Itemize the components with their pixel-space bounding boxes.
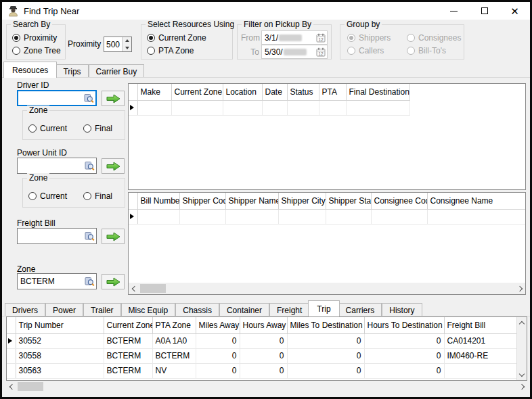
driver-id-input[interactable]: [18, 93, 84, 103]
power-unit-field[interactable]: [17, 158, 97, 174]
proximity-spinner[interactable]: [122, 37, 131, 51]
scroll-down-button[interactable]: [517, 369, 527, 380]
radio-label: Callers: [359, 46, 384, 55]
tab-carrier-buy[interactable]: Carrier Buy: [89, 64, 145, 78]
zone-go-button[interactable]: [102, 274, 125, 289]
tab-carriers[interactable]: Carriers: [338, 303, 382, 316]
trip-row[interactable]: 30552 BCTERM A0A 1A0 0 0 0 0 CA014201: [7, 333, 518, 348]
close-button[interactable]: ✕: [500, 2, 530, 20]
svg-text:12: 12: [318, 37, 324, 41]
tab-container[interactable]: Container: [219, 303, 269, 316]
title-bar[interactable]: Find Trip Near ✕: [2, 2, 530, 20]
scrollbar-thumb[interactable]: [18, 382, 43, 391]
column-header[interactable]: Miles To Destination: [287, 317, 364, 333]
zone-field[interactable]: [17, 273, 97, 289]
tab-trips[interactable]: Trips: [56, 64, 88, 78]
scroll-left-button[interactable]: [129, 283, 140, 294]
lookup-magnifier-icon[interactable]: [85, 277, 95, 287]
calendar-icon[interactable]: 12: [316, 33, 326, 43]
column-header[interactable]: Status: [287, 84, 319, 100]
driver-id-field[interactable]: [17, 90, 97, 106]
tab-resources[interactable]: Resouces: [3, 62, 57, 78]
column-header[interactable]: Shipper Code: [179, 193, 225, 209]
column-header[interactable]: Shipper Name: [225, 193, 278, 209]
column-header[interactable]: Consignee Code: [371, 193, 427, 209]
equipment-grid[interactable]: Make Current Zone Location Date Status P…: [128, 83, 526, 190]
column-header[interactable]: Make: [137, 84, 171, 100]
column-header[interactable]: Consignee Name: [427, 193, 526, 209]
radio-power-zone-final[interactable]: Final: [83, 191, 112, 201]
column-header[interactable]: Date: [262, 84, 287, 100]
maximize-button[interactable]: [469, 2, 500, 20]
tab-trailer[interactable]: Trailer: [83, 303, 121, 316]
scroll-left-button[interactable]: [6, 381, 18, 392]
radio-pta-zone[interactable]: PTA Zone: [147, 46, 228, 55]
from-date-field[interactable]: 3/1/ 12: [261, 30, 328, 45]
scroll-up-button[interactable]: [517, 317, 527, 328]
power-unit-input[interactable]: [18, 161, 85, 170]
driver-go-button[interactable]: [102, 91, 125, 106]
column-header[interactable]: Current Zone: [104, 317, 152, 333]
column-header[interactable]: Shipper State: [326, 193, 371, 209]
trip-row[interactable]: 30563 BCTERM NV 0 0 0 0: [7, 363, 518, 378]
to-date-field[interactable]: 5/30/ 12: [261, 45, 328, 59]
scroll-right-button[interactable]: [516, 381, 527, 392]
column-header[interactable]: Location: [223, 84, 262, 100]
zone-input[interactable]: [18, 277, 85, 286]
empty-new-row[interactable]: [129, 209, 526, 224]
spin-up-button[interactable]: [123, 37, 131, 45]
column-header[interactable]: PTA: [319, 84, 346, 100]
bottom-hscrollbar[interactable]: [6, 381, 527, 392]
trip-grid-vscrollbar[interactable]: [516, 317, 527, 380]
lookup-magnifier-icon[interactable]: [85, 231, 95, 241]
calendar-icon[interactable]: 12: [316, 47, 326, 57]
maximize-icon: [481, 7, 488, 14]
tab-freight[interactable]: Freight: [269, 303, 309, 316]
chevron-right-icon: [516, 285, 522, 291]
lookup-magnifier-icon[interactable]: [85, 161, 95, 171]
column-header[interactable]: Bill Number: [137, 193, 179, 209]
radio-driver-zone-current[interactable]: Current: [28, 124, 67, 133]
trip-row[interactable]: 30558 BCTERM BCTERM 0 0 0 0 IM0460-RE: [7, 348, 518, 363]
radio-power-zone-current[interactable]: Current: [28, 191, 67, 201]
column-header[interactable]: Current Zone: [171, 84, 223, 100]
trip-results-grid[interactable]: Trip Number Current Zone PTA Zone Miles …: [6, 316, 527, 381]
radio-zone-tree[interactable]: Zone Tree: [12, 46, 61, 55]
spin-down-button[interactable]: [123, 45, 131, 52]
tab-power[interactable]: Power: [45, 303, 83, 316]
scrollbar-thumb[interactable]: [140, 284, 166, 293]
freight-bill-input[interactable]: [18, 231, 85, 241]
radio-proximity[interactable]: Proximity: [12, 33, 61, 43]
tab-chassis[interactable]: Chassis: [175, 303, 219, 316]
shipment-grid[interactable]: Bill Number Shipper Code Shipper Name Sh…: [128, 192, 526, 295]
proximity-spinbox[interactable]: [104, 37, 132, 52]
radio-circle: [147, 34, 155, 42]
column-header[interactable]: Shipper City: [278, 193, 326, 209]
radio-label: Final: [95, 124, 112, 133]
column-header[interactable]: Hours To Destination: [364, 317, 444, 333]
proximity-input[interactable]: [104, 37, 122, 51]
column-header[interactable]: PTA Zone: [152, 317, 196, 333]
radio-label: Shippers: [359, 33, 391, 43]
column-header[interactable]: Trip Number: [16, 317, 104, 333]
shipment-grid-hscrollbar[interactable]: [129, 283, 525, 294]
minimize-button[interactable]: [439, 2, 469, 20]
column-header[interactable]: Miles Away: [196, 317, 240, 333]
lookup-magnifier-icon[interactable]: [84, 93, 94, 103]
radio-driver-zone-final[interactable]: Final: [83, 124, 112, 133]
freight-bill-field[interactable]: [17, 228, 97, 244]
tab-drivers[interactable]: Drivers: [5, 303, 45, 316]
power-unit-go-button[interactable]: [102, 158, 125, 174]
tab-history[interactable]: History: [382, 303, 422, 316]
freight-bill-go-button[interactable]: [102, 229, 125, 244]
empty-new-row[interactable]: [129, 100, 409, 115]
column-header[interactable]: Freight Bill: [444, 317, 518, 333]
green-arrow-icon: [106, 94, 120, 103]
column-header[interactable]: Hours Away: [240, 317, 287, 333]
column-header[interactable]: Final Destination: [346, 84, 409, 100]
tab-trip[interactable]: Trip: [308, 300, 339, 316]
radio-current-zone[interactable]: Current Zone: [147, 33, 228, 43]
scroll-right-button[interactable]: [514, 283, 525, 294]
from-date-value: 3/1/: [265, 33, 278, 43]
tab-misc-equip[interactable]: Misc Equip: [121, 303, 176, 316]
